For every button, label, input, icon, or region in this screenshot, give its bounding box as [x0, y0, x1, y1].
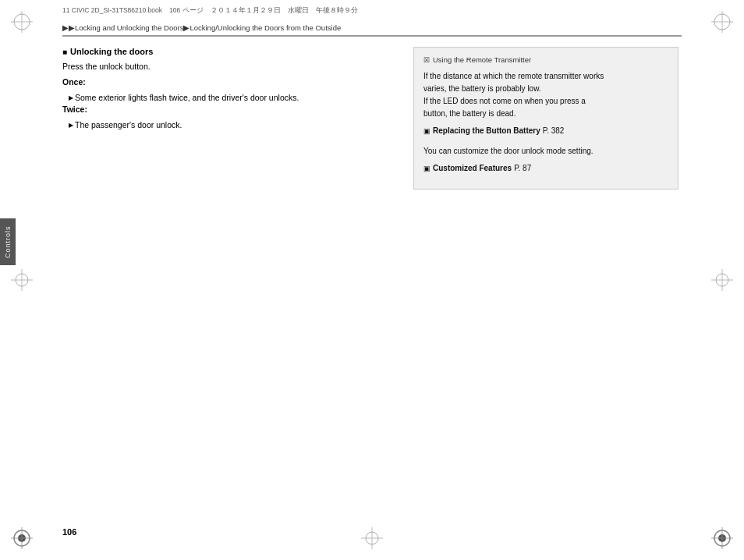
ref2-icon: ▣ [423, 163, 430, 174]
ref-customized-features: ▣ Customized Features P. 87 [423, 162, 668, 175]
ref1-page-text: P. 382 [543, 125, 565, 137]
twice-description: The passenger's door unlock. [69, 119, 390, 132]
box-header: Using the Remote Transmitter [423, 55, 668, 64]
page-number: 106 [62, 527, 76, 537]
left-column: Unlocking the doors Press the unlock but… [62, 47, 390, 513]
header-divider [62, 36, 682, 37]
reg-mark-bc [361, 527, 383, 549]
right-column: Using the Remote Transmitter If the dist… [413, 47, 678, 513]
reg-mark-ml [11, 269, 33, 291]
reg-mark-bl [11, 527, 33, 549]
ref1-icon: ▣ [423, 126, 430, 136]
file-info: 11 CIVIC 2D_SI-31TS86210.book 106 ページ ２０… [62, 6, 682, 16]
file-info-text: 11 CIVIC 2D_SI-31TS86210.book 106 ページ ２０… [62, 6, 358, 14]
twice-description-text: The passenger's door unlock. [75, 119, 182, 132]
remote-line1: If the distance at which the remote tran… [423, 70, 668, 83]
once-description: Some exterior lights flash twice, and th… [69, 92, 390, 105]
twice-label: Twice: [62, 104, 390, 116]
reg-mark-mr [711, 269, 733, 291]
once-label-text: Once: [62, 77, 86, 87]
ref1-bold-text: Replacing the Button Battery [433, 125, 540, 137]
remote-line3: If the LED does not come on when you pre… [423, 95, 668, 108]
header-breadcrumb: ▶▶Locking and Unlocking the Doors▶Lockin… [62, 22, 682, 36]
box-body: If the distance at which the remote tran… [423, 70, 668, 175]
remote-line4: button, the battery is dead. [423, 108, 668, 120]
reg-mark-tl [11, 11, 33, 33]
once-description-text: Some exterior lights flash twice, and th… [75, 92, 299, 105]
section-title-unlocking: Unlocking the doors [62, 47, 390, 56]
twice-label-text: Twice: [62, 105, 87, 114]
ref-replacing-battery: ▣ Replacing the Button Battery P. 382 [423, 125, 668, 137]
ref2-bold-text: Customized Features [433, 162, 512, 175]
info-box: Using the Remote Transmitter If the dist… [413, 47, 678, 190]
reg-mark-tr [711, 11, 733, 33]
side-tab-label: Controls [4, 225, 12, 258]
intro-text: Press the unlock button. [62, 61, 390, 73]
remote-line2: varies, the battery is probably low. [423, 83, 668, 95]
side-tab-controls: Controls [0, 218, 16, 265]
page: 11 CIVIC 2D_SI-31TS86210.book 106 ページ ２０… [0, 0, 744, 560]
reg-mark-br [711, 527, 733, 549]
customize-text: You can customize the door unlock mode s… [423, 145, 668, 158]
box-header-text: Using the Remote Transmitter [433, 55, 531, 64]
once-label: Once: [62, 76, 390, 89]
breadcrumb-text: ▶▶Locking and Unlocking the Doors▶Lockin… [62, 23, 341, 32]
section-title-text: Unlocking the doors [70, 47, 153, 56]
ref2-page-text: P. 87 [514, 162, 531, 175]
